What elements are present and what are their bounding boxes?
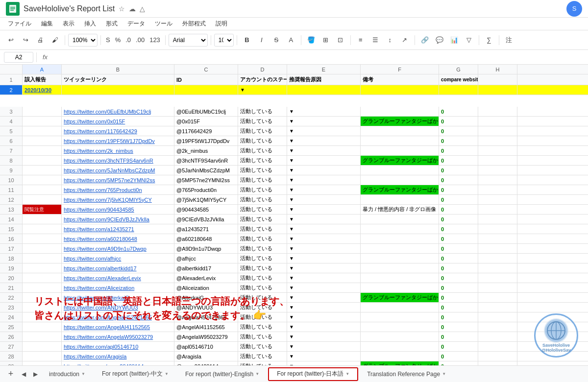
text-rotate-button[interactable]: ↗ xyxy=(398,33,412,47)
cell-c[interactable]: @AlterkaiG xyxy=(174,293,238,302)
avatar[interactable]: S xyxy=(566,1,582,17)
cell-c[interactable]: @765Producti0n xyxy=(174,185,238,194)
cell-c[interactable]: @0x015F xyxy=(174,117,238,126)
cell-e[interactable]: ▼ xyxy=(287,263,361,273)
cell-c[interactable]: @9CIEdVBJzJVkIla xyxy=(174,215,238,224)
cell-e[interactable]: ▼ xyxy=(287,107,361,116)
cell-d[interactable]: 活動している xyxy=(238,224,287,234)
cell-a[interactable] xyxy=(23,312,62,322)
cell-a[interactable] xyxy=(23,175,62,185)
cell-a[interactable] xyxy=(23,332,62,341)
cell-e[interactable]: ▼ xyxy=(287,146,361,155)
cell-h[interactable] xyxy=(478,224,517,234)
cell-e2[interactable] xyxy=(287,85,361,95)
menu-file[interactable]: ファイル xyxy=(4,18,35,29)
tab-for-report-chinese[interactable]: For report (twitter)-中文 ▼ xyxy=(94,367,176,381)
cell-a[interactable] xyxy=(23,146,62,155)
cell-f[interactable]: グランブルーファンタジーばかり xyxy=(361,293,439,302)
cell-f[interactable] xyxy=(361,224,439,234)
cell-b[interactable]: https://twitter.com/apl05146710 xyxy=(62,342,174,351)
cell-e[interactable]: ▼ xyxy=(287,273,361,283)
cell-b1[interactable]: ツイッターリンク xyxy=(62,74,174,85)
cell-g[interactable]: 0 xyxy=(439,224,478,234)
cell-b[interactable]: https://twitter.com/19PF5tW1J7DpdDv xyxy=(62,136,174,145)
cell-c[interactable]: @a602180648 xyxy=(174,234,238,243)
cell-c[interactable]: @AlexaderLevix xyxy=(174,273,238,283)
note-button[interactable]: 注 xyxy=(502,33,516,47)
cell-e[interactable]: ▼ xyxy=(287,195,361,204)
merge-button[interactable]: ⊡ xyxy=(334,33,347,47)
cell-h[interactable] xyxy=(478,361,517,365)
cell-b[interactable]: https://twitter.com/5JarNnMbsCZdzpM xyxy=(62,166,174,175)
cell-g[interactable]: 0 xyxy=(439,136,478,145)
cell-g[interactable]: 0 xyxy=(439,332,478,341)
cell-h[interactable] xyxy=(478,195,517,204)
cell-b[interactable]: https://twitter.com/afhjcc xyxy=(62,254,174,263)
cell-f[interactable] xyxy=(361,166,439,175)
cell-g[interactable]: 0 xyxy=(439,146,478,155)
cell-e[interactable]: ▼ xyxy=(287,254,361,263)
cell-a[interactable] xyxy=(23,342,62,351)
cell-c[interactable]: @3hcNTF9S4arv6nR xyxy=(174,156,238,165)
formula-input[interactable]: 誤入報告 xyxy=(53,52,584,63)
decimal-dec-button[interactable]: .0 xyxy=(123,33,133,47)
cell-a[interactable] xyxy=(23,273,62,283)
cell-h2[interactable] xyxy=(478,85,517,95)
menu-edit[interactable]: 編集 xyxy=(37,18,57,29)
cell-g[interactable]: 0 xyxy=(439,185,478,194)
cell-d[interactable]: 活動している xyxy=(238,322,287,332)
cell-d[interactable]: 活動している xyxy=(238,303,287,312)
cell-d[interactable]: 活動している xyxy=(238,361,287,365)
cell-c[interactable]: @5JarNnMbsCZdzpM xyxy=(174,166,238,175)
cell-a[interactable]: 閲覧注意 xyxy=(23,205,62,214)
bold-button[interactable]: B xyxy=(240,33,254,47)
cell-g[interactable]: 0 xyxy=(439,205,478,214)
cell-e[interactable]: ▼ xyxy=(287,224,361,234)
cell-h[interactable] xyxy=(478,107,517,116)
cell-h[interactable] xyxy=(478,283,517,292)
cell-h[interactable] xyxy=(478,136,517,145)
cell-c[interactable]: @19PF5tW1J7DpdDv xyxy=(174,136,238,145)
cell-c[interactable]: @1176642429 xyxy=(174,126,238,136)
tab-nav-left[interactable]: ◀ xyxy=(18,368,29,380)
cell-a[interactable] xyxy=(23,185,62,194)
cell-b[interactable]: https://twitter.com/albertkidd17 xyxy=(62,263,174,273)
cell-d[interactable]: 活動している xyxy=(238,263,287,273)
cell-d[interactable]: 活動している xyxy=(238,273,287,283)
cell-c[interactable]: @AngelaW95023279 xyxy=(174,332,238,341)
cell-h[interactable] xyxy=(478,342,517,351)
cell-h1[interactable] xyxy=(478,74,517,85)
cell-a[interactable] xyxy=(23,244,62,253)
cell-c[interactable]: @0EuEfbUMbC19clj xyxy=(174,107,238,116)
tab-for-report-japanese[interactable]: For report (twitter)-日本語 ▼ xyxy=(268,367,358,381)
cell-c[interactable]: @Aliceization xyxy=(174,283,238,292)
cell-c[interactable]: @ANDYWUU3 xyxy=(174,303,238,312)
cell-c[interactable]: @A9D9n1u7Dwqp xyxy=(174,244,238,253)
undo-button[interactable]: ↩ xyxy=(4,33,18,47)
cell-d[interactable]: 活動している xyxy=(238,126,287,136)
menu-view[interactable]: 表示 xyxy=(59,18,78,29)
cell-a1[interactable]: 誤入報告 xyxy=(23,74,62,85)
cell-h[interactable] xyxy=(478,117,517,126)
cell-a[interactable] xyxy=(23,166,62,175)
cell-g[interactable]: 0 xyxy=(439,195,478,204)
cell-b[interactable]: https://twitter.com/AngelaW95023279 xyxy=(62,332,174,341)
cell-d2[interactable]: ▼ xyxy=(238,85,287,95)
cell-d[interactable]: 活動している xyxy=(238,352,287,361)
cell-h[interactable] xyxy=(478,293,517,302)
cell-b[interactable]: https://twitter.com/3hcNTF9S4arv6nR xyxy=(62,156,174,165)
font-select[interactable]: Arial xyxy=(169,34,208,47)
cell-g[interactable]: 0 xyxy=(439,156,478,165)
cell-g[interactable]: 0 xyxy=(439,263,478,273)
cell-f[interactable] xyxy=(361,303,439,312)
cell-a[interactable] xyxy=(23,283,62,292)
cell-d[interactable]: 活動している xyxy=(238,117,287,126)
cell-b[interactable]: https://twitter.com/AngelaH52421865 xyxy=(62,312,174,322)
cell-d[interactable]: 活動している xyxy=(238,107,287,116)
cell-g[interactable]: 0 xyxy=(439,361,478,365)
cell-g[interactable]: 0 xyxy=(439,126,478,136)
cell-h[interactable] xyxy=(478,263,517,273)
valign-button[interactable]: ↕ xyxy=(383,33,397,47)
cell-e[interactable]: ▼ xyxy=(287,361,361,365)
link-button[interactable]: 🔗 xyxy=(418,33,432,47)
